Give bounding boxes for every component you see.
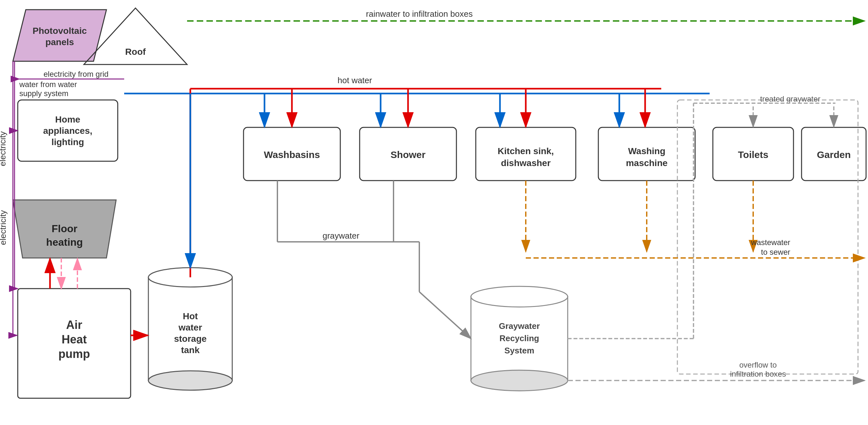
svg-rect-38 [360, 127, 457, 181]
svg-text:panels: panels [45, 37, 74, 47]
svg-text:lighting: lighting [51, 137, 84, 147]
diagram-container: Photovoltaic panels Roof Home appliances… [0, 0, 868, 425]
svg-text:water: water [178, 323, 202, 332]
svg-text:dishwasher: dishwasher [501, 158, 551, 168]
svg-rect-40 [476, 127, 576, 181]
svg-text:hot water: hot water [338, 75, 372, 85]
svg-text:tank: tank [181, 345, 200, 355]
svg-rect-36 [244, 127, 340, 181]
svg-text:Kitchen sink,: Kitchen sink, [498, 146, 554, 156]
svg-text:water from water: water from water [19, 80, 77, 89]
svg-text:appliances,: appliances, [43, 126, 93, 136]
svg-text:to sewer: to sewer [761, 248, 790, 256]
svg-text:Washing: Washing [628, 146, 665, 156]
svg-text:maschine: maschine [626, 158, 668, 168]
svg-rect-56 [677, 100, 858, 374]
svg-text:Recycling: Recycling [500, 333, 539, 343]
svg-marker-22 [13, 200, 116, 258]
svg-rect-43 [598, 127, 695, 181]
svg-text:storage: storage [174, 334, 207, 344]
svg-rect-25 [18, 289, 131, 398]
svg-marker-16 [84, 8, 187, 65]
svg-rect-18 [18, 100, 118, 161]
svg-text:infiltration boxes: infiltration boxes [730, 369, 786, 378]
svg-text:System: System [504, 346, 534, 355]
electricity-label: electricity [0, 131, 8, 166]
svg-text:pump: pump [58, 347, 90, 360]
svg-text:electricity from grid: electricity from grid [43, 70, 108, 78]
svg-text:wastewater: wastewater [751, 238, 790, 247]
svg-point-31 [148, 371, 232, 390]
svg-text:Shower: Shower [391, 149, 426, 160]
svg-text:overflow to: overflow to [739, 360, 777, 369]
svg-text:supply system: supply system [19, 89, 68, 98]
svg-rect-46 [713, 127, 794, 181]
svg-text:treated graywater: treated graywater [760, 95, 820, 103]
svg-text:rainwater to infiltration boxe: rainwater to infiltration boxes [366, 9, 473, 19]
svg-text:Roof: Roof [125, 47, 146, 57]
svg-rect-48 [802, 127, 866, 181]
svg-marker-13 [13, 10, 106, 61]
svg-text:Air: Air [66, 318, 82, 331]
svg-line-84 [419, 292, 471, 338]
svg-point-30 [148, 268, 232, 287]
svg-point-51 [471, 286, 568, 307]
svg-text:Home: Home [55, 115, 80, 125]
svg-text:Washbasins: Washbasins [264, 149, 320, 160]
svg-text:Heat: Heat [62, 333, 87, 346]
svg-text:electricity: electricity [0, 210, 8, 245]
svg-text:Graywater: Graywater [499, 321, 540, 331]
svg-text:Hot: Hot [183, 311, 198, 321]
svg-rect-29 [148, 277, 232, 381]
svg-text:Photovoltaic: Photovoltaic [33, 26, 87, 36]
svg-text:graywater: graywater [322, 231, 359, 240]
svg-point-52 [471, 370, 568, 391]
svg-text:Toilets: Toilets [738, 149, 768, 160]
svg-text:Garden: Garden [817, 149, 850, 160]
svg-rect-50 [471, 297, 568, 381]
svg-text:heating: heating [46, 236, 83, 248]
svg-text:Floor: Floor [52, 223, 78, 234]
